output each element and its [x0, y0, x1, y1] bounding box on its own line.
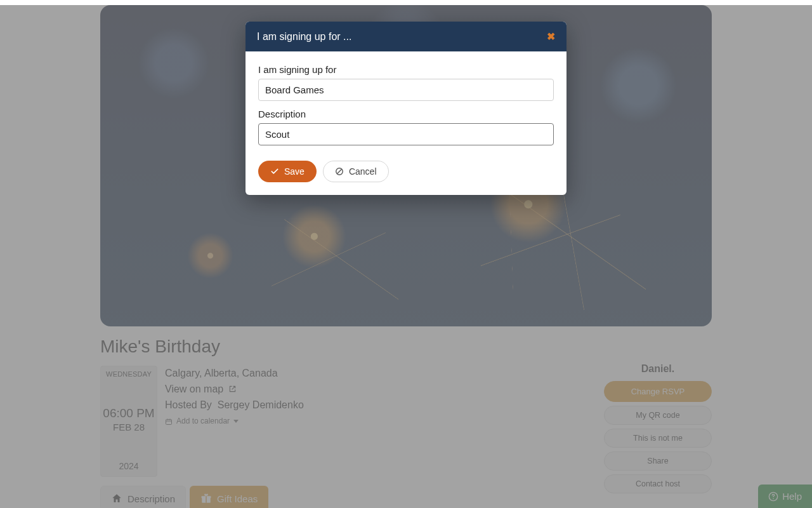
signup-item-label: I am signing up for: [258, 64, 554, 75]
save-button[interactable]: Save: [258, 161, 317, 182]
modal-title: I am signing up for ...: [257, 31, 351, 43]
cancel-button[interactable]: Cancel: [323, 161, 389, 182]
description-label: Description: [258, 109, 554, 119]
cancel-icon: [335, 167, 344, 176]
close-icon[interactable]: ✖: [547, 30, 555, 43]
modal-header: I am signing up for ... ✖: [246, 22, 566, 51]
save-button-label: Save: [284, 166, 304, 177]
svg-line-10: [337, 170, 341, 174]
signup-item-input[interactable]: [258, 79, 554, 101]
description-input[interactable]: [258, 123, 554, 145]
check-icon: [270, 167, 279, 176]
cancel-button-label: Cancel: [349, 166, 377, 177]
signup-modal: I am signing up for ... ✖ I am signing u…: [246, 22, 566, 195]
